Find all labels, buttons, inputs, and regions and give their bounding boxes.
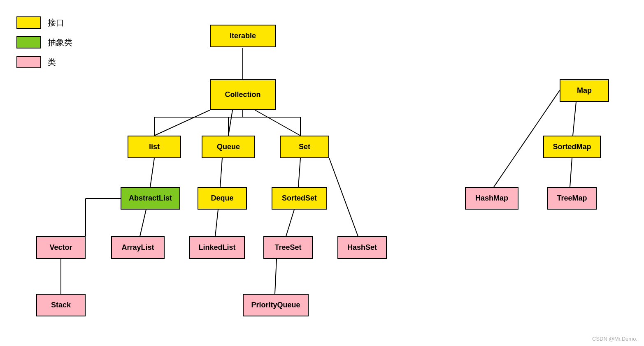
svg-line-4 xyxy=(228,110,232,136)
svg-line-14 xyxy=(140,210,146,236)
legend-interface: 接口 xyxy=(16,16,72,29)
legend-label-abstract: 抽象类 xyxy=(48,37,72,48)
legend-class: 类 xyxy=(16,56,72,68)
watermark: CSDN @Mr.Demo. xyxy=(592,336,637,342)
svg-line-3 xyxy=(154,110,210,136)
legend-box-abstract xyxy=(16,36,41,48)
node-arraylist: ArrayList xyxy=(111,236,165,259)
legend-box-interface xyxy=(16,16,41,29)
svg-line-11 xyxy=(150,158,154,187)
node-treeset: TreeSet xyxy=(263,236,313,259)
legend-abstract: 抽象类 xyxy=(16,36,72,48)
node-treemap: TreeMap xyxy=(547,187,597,210)
legend-box-class xyxy=(16,56,41,68)
svg-line-5 xyxy=(255,110,300,136)
node-hashmap: HashMap xyxy=(465,187,518,210)
svg-line-12 xyxy=(220,158,222,187)
node-stack: Stack xyxy=(36,294,86,316)
node-map: Map xyxy=(560,79,609,102)
legend-label-interface: 接口 xyxy=(48,17,64,28)
legend-label-class: 类 xyxy=(48,57,56,68)
node-deque: Deque xyxy=(198,187,247,210)
svg-line-23 xyxy=(570,158,572,187)
svg-line-21 xyxy=(275,259,277,294)
node-list: list xyxy=(128,136,181,158)
arrows-svg xyxy=(0,0,644,346)
node-iterable: Iterable xyxy=(210,25,276,47)
node-hashset: HashSet xyxy=(337,236,387,259)
svg-line-19 xyxy=(329,158,358,236)
svg-line-22 xyxy=(573,102,576,136)
node-sortedmap: SortedMap xyxy=(543,136,601,158)
svg-line-17 xyxy=(215,210,218,236)
node-queue: Queue xyxy=(202,136,255,158)
node-linkedlist: LinkedList xyxy=(189,236,245,259)
node-priorityqueue: PriorityQueue xyxy=(243,294,309,316)
node-sortedset: SortedSet xyxy=(272,187,327,210)
node-abstractlist: AbstractList xyxy=(121,187,180,210)
svg-line-13 xyxy=(298,158,300,187)
svg-line-18 xyxy=(286,210,294,236)
node-set: Set xyxy=(280,136,329,158)
node-vector: Vector xyxy=(36,236,86,259)
node-collection: Collection xyxy=(210,79,276,110)
legend: 接口 抽象类 类 xyxy=(16,16,72,76)
